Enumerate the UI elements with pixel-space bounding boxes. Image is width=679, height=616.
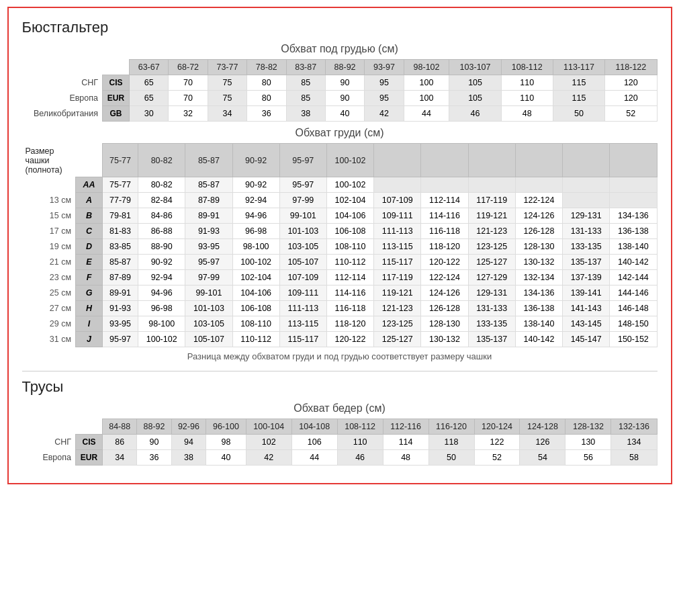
cup-d-7: 113-115 (374, 239, 421, 255)
ub-h-2: 68-72 (169, 60, 208, 75)
cup-code-h: H (76, 301, 103, 316)
cup-b-7: 109-111 (374, 208, 421, 224)
cup-empty-header (76, 144, 103, 177)
ub-cis-8: 100 (404, 75, 449, 91)
hip-label-cis: СНГ (22, 435, 76, 450)
hip-row-eur: Европа EUR 34 36 38 40 42 44 46 48 50 52… (22, 450, 658, 466)
hip-h-11: 124-128 (520, 419, 565, 435)
cup-aa-1: 75-77 (103, 177, 138, 193)
cup-c-8: 116-118 (421, 224, 468, 239)
cup-f-1: 87-89 (103, 270, 138, 285)
cup-label-f: 23 см (22, 270, 76, 285)
hip-cis-12: 130 (565, 435, 611, 450)
cup-a-10: 122-124 (515, 193, 562, 208)
hip-h-12: 128-132 (565, 419, 611, 435)
cup-g-10: 134-136 (515, 285, 562, 301)
ub-h-9: 103-107 (449, 60, 501, 75)
cup-e-12: 140-142 (610, 255, 657, 270)
hip-table: 84-88 88-92 92-96 96-100 100-104 104-108… (22, 419, 658, 466)
cup-aa-7 (374, 177, 421, 193)
cup-f-8: 122-124 (421, 270, 468, 285)
cup-g-5: 109-111 (279, 285, 326, 301)
cup-a-1: 77-79 (103, 193, 138, 208)
ub-cis-9: 105 (449, 75, 501, 91)
cup-h-4: 90-92 (232, 144, 279, 177)
hip-empty-2 (76, 419, 103, 435)
ub-code-eur: EUR (103, 91, 130, 106)
cup-aa-4: 90-92 (232, 177, 279, 193)
ub-eur-9: 105 (449, 91, 501, 106)
ub-h-6: 88-92 (325, 60, 364, 75)
cup-c-1: 81-83 (103, 224, 138, 239)
cup-a-7: 107-109 (374, 193, 421, 208)
hip-title: Обхват бедер (см) (22, 402, 658, 414)
cup-h-12: 146-148 (610, 301, 657, 316)
cup-i-4: 108-110 (232, 316, 279, 332)
cup-row-aa: AA75-7780-8285-8790-9295-97100-102 (22, 177, 658, 193)
ub-eur-8: 100 (404, 91, 449, 106)
hip-h-9: 116-120 (428, 419, 474, 435)
ub-cis-4: 80 (247, 75, 286, 91)
cup-i-2: 98-100 (138, 316, 185, 332)
ub-h-12: 118-122 (605, 60, 657, 75)
cup-g-4: 104-106 (232, 285, 279, 301)
ub-cis-12: 120 (605, 75, 657, 91)
ub-cis-10: 110 (501, 75, 553, 91)
ub-h-3: 73-77 (208, 60, 246, 75)
cup-c-10: 126-128 (515, 224, 562, 239)
cup-e-8: 120-122 (421, 255, 468, 270)
cup-label-a: 13 см (22, 193, 76, 208)
cup-label-h: 27 см (22, 301, 76, 316)
ub-cis-5: 85 (286, 75, 325, 91)
hip-eur-5: 42 (246, 450, 291, 466)
cup-i-8: 128-130 (421, 316, 468, 332)
hip-header-row: 84-88 88-92 92-96 96-100 100-104 104-108… (22, 419, 658, 435)
cup-c-9: 121-123 (468, 224, 515, 239)
hip-eur-9: 50 (428, 450, 474, 466)
ub-label-eur: Европа (22, 91, 103, 106)
cup-h-9 (468, 144, 515, 177)
section-divider (22, 371, 658, 371)
ub-eur-11: 115 (553, 91, 604, 106)
cup-j-11: 145-147 (563, 332, 610, 347)
hip-eur-7: 46 (337, 450, 383, 466)
cup-h-3: 101-103 (185, 301, 232, 316)
cup-label-aa (22, 177, 76, 193)
cup-row-e: 21 смE85-8790-9295-97100-102105-107110-1… (22, 255, 658, 270)
panties-section: Трусы Обхват бедер (см) 84-88 88-92 92-9… (22, 378, 658, 466)
underbust-table: 63-67 68-72 73-77 78-82 83-87 88-92 93-9… (22, 59, 658, 122)
ub-row-eur: Европа EUR 65 70 75 80 85 90 95 100 105 … (22, 91, 658, 106)
cup-e-3: 95-97 (185, 255, 232, 270)
ub-label-cis: СНГ (22, 75, 103, 91)
cup-table: Размер чашки(полнота) 75-77 80-82 85-87 … (22, 143, 658, 347)
hip-cis-6: 106 (291, 435, 337, 450)
cup-c-3: 91-93 (185, 224, 232, 239)
cup-j-9: 135-137 (468, 332, 515, 347)
ub-h-5: 83-87 (286, 60, 325, 75)
cup-i-12: 148-150 (610, 316, 657, 332)
hip-h-13: 132-136 (611, 419, 657, 435)
cup-d-4: 98-100 (232, 239, 279, 255)
cup-b-1: 79-81 (103, 208, 138, 224)
cup-section-label: Размер чашки(полнота) (22, 144, 76, 177)
cup-j-12: 150-152 (610, 332, 657, 347)
cup-row-a: 13 смA77-7982-8487-8992-9497-99102-10410… (22, 193, 658, 208)
cup-g-9: 129-131 (468, 285, 515, 301)
cup-i-11: 143-145 (563, 316, 610, 332)
ub-cis-6: 90 (325, 75, 364, 91)
ub-cis-11: 115 (553, 75, 604, 91)
ub-row-gb: Великобритания GB 30 32 34 36 38 40 42 4… (22, 106, 658, 122)
hip-eur-12: 56 (565, 450, 611, 466)
cup-e-1: 85-87 (103, 255, 138, 270)
cup-code-d: D (76, 239, 103, 255)
cup-h-11: 141-143 (563, 301, 610, 316)
hip-cis-10: 122 (474, 435, 520, 450)
cup-g-11: 139-141 (563, 285, 610, 301)
ub-gb-9: 46 (449, 106, 501, 122)
cup-code-e: E (76, 255, 103, 270)
ub-h-7: 93-97 (365, 60, 404, 75)
cup-j-5: 115-117 (279, 332, 326, 347)
cup-g-7: 119-121 (374, 285, 421, 301)
cup-code-f: F (76, 270, 103, 285)
cup-b-8: 114-116 (421, 208, 468, 224)
